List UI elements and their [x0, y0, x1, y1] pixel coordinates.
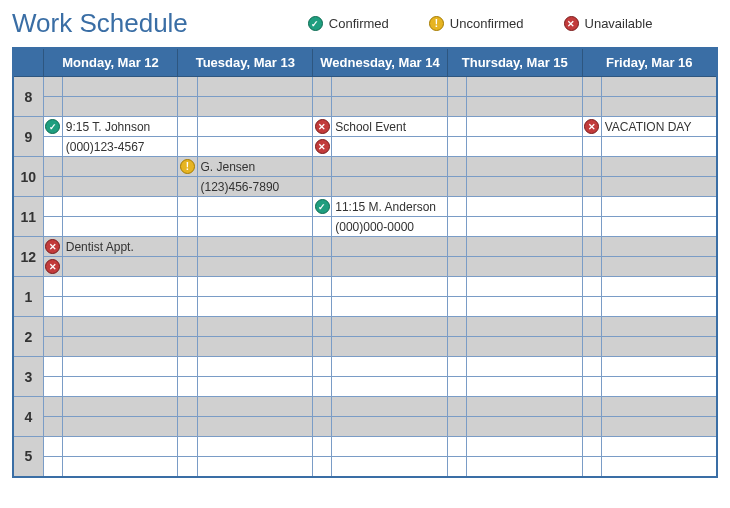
cell-icon — [313, 457, 332, 477]
cell-icon — [178, 437, 197, 457]
cell-icon — [313, 97, 332, 117]
cell — [332, 377, 448, 397]
cell — [467, 277, 583, 297]
cell — [62, 337, 178, 357]
cell — [197, 77, 313, 97]
cell-icon — [313, 157, 332, 177]
day-header-fri: Friday, Mar 16 — [582, 48, 717, 77]
cell-icon — [447, 457, 466, 477]
hour-8: 8 — [13, 77, 43, 117]
cell — [332, 257, 448, 277]
cell — [197, 237, 313, 257]
cell-icon — [447, 217, 466, 237]
cell-icon — [43, 217, 62, 237]
cell-icon — [447, 337, 466, 357]
cell — [197, 317, 313, 337]
cell — [467, 137, 583, 157]
cell-icon — [582, 357, 601, 377]
cell — [62, 297, 178, 317]
cell-icon — [447, 437, 466, 457]
cell-icon — [178, 457, 197, 477]
cell — [467, 297, 583, 317]
legend-confirmed: Confirmed — [308, 16, 389, 31]
cell — [601, 277, 717, 297]
cell-icon — [178, 77, 197, 97]
cell-icon — [582, 217, 601, 237]
cell-icon — [43, 117, 62, 137]
cell — [332, 457, 448, 477]
hour-header — [13, 48, 43, 77]
cell — [197, 377, 313, 397]
cell-icon — [447, 97, 466, 117]
event-mon-12a: Dentist Appt. — [62, 237, 178, 257]
cell — [62, 97, 178, 117]
cell-icon — [43, 97, 62, 117]
cell-icon — [447, 297, 466, 317]
cell-icon — [43, 177, 62, 197]
cell-icon — [447, 237, 466, 257]
cell-icon — [447, 257, 466, 277]
cell-icon — [313, 237, 332, 257]
cell — [332, 297, 448, 317]
cell — [197, 97, 313, 117]
cell — [467, 157, 583, 177]
cell — [467, 257, 583, 277]
cell — [62, 417, 178, 437]
cell-icon — [43, 257, 62, 277]
cell — [467, 317, 583, 337]
day-header-thu: Thursday, Mar 15 — [447, 48, 582, 77]
event-mon-9b: (000)123-4567 — [62, 137, 178, 157]
event-tue-10a: G. Jensen — [197, 157, 313, 177]
legend-unconfirmed-label: Unconfirmed — [450, 16, 524, 31]
hour-10: 10 — [13, 157, 43, 197]
cell — [62, 157, 178, 177]
unavailable-icon — [315, 139, 330, 154]
cell — [467, 417, 583, 437]
cell — [601, 357, 717, 377]
cell-icon — [43, 457, 62, 477]
cell-icon — [582, 277, 601, 297]
hour-4: 4 — [13, 397, 43, 437]
event-wed-11a: 11:15 M. Anderson — [332, 197, 448, 217]
cell — [467, 457, 583, 477]
cell-icon — [178, 377, 197, 397]
cell — [467, 437, 583, 457]
cell-icon — [313, 317, 332, 337]
cell-icon — [582, 77, 601, 97]
cell-icon — [313, 437, 332, 457]
cell-icon — [178, 297, 197, 317]
cell-icon — [313, 297, 332, 317]
event-wed-9a: School Event — [332, 117, 448, 137]
cell-icon — [178, 257, 197, 277]
cell — [332, 177, 448, 197]
cell-icon — [178, 397, 197, 417]
cell — [332, 337, 448, 357]
cell-icon — [447, 157, 466, 177]
page-title: Work Schedule — [12, 8, 188, 39]
unconfirmed-icon — [180, 159, 195, 174]
cell-icon — [43, 277, 62, 297]
schedule-table: Monday, Mar 12 Tuesday, Mar 13 Wednesday… — [12, 47, 718, 478]
cell-icon — [447, 357, 466, 377]
cell — [332, 137, 448, 157]
cell — [601, 177, 717, 197]
cell-icon — [313, 377, 332, 397]
cell-icon — [582, 337, 601, 357]
unavailable-icon — [45, 259, 60, 274]
cell-icon — [447, 177, 466, 197]
cell-icon — [178, 97, 197, 117]
event-mon-9a: 9:15 T. Johnson — [62, 117, 178, 137]
cell — [467, 117, 583, 137]
cell — [62, 397, 178, 417]
cell-icon — [178, 217, 197, 237]
cell — [197, 257, 313, 277]
cell — [197, 117, 313, 137]
cell-icon — [43, 377, 62, 397]
cell-icon — [178, 157, 197, 177]
cell — [601, 157, 717, 177]
cell — [62, 177, 178, 197]
cell — [601, 437, 717, 457]
legend-unavailable-label: Unavailable — [585, 16, 653, 31]
hour-12: 12 — [13, 237, 43, 277]
cell-icon — [178, 317, 197, 337]
